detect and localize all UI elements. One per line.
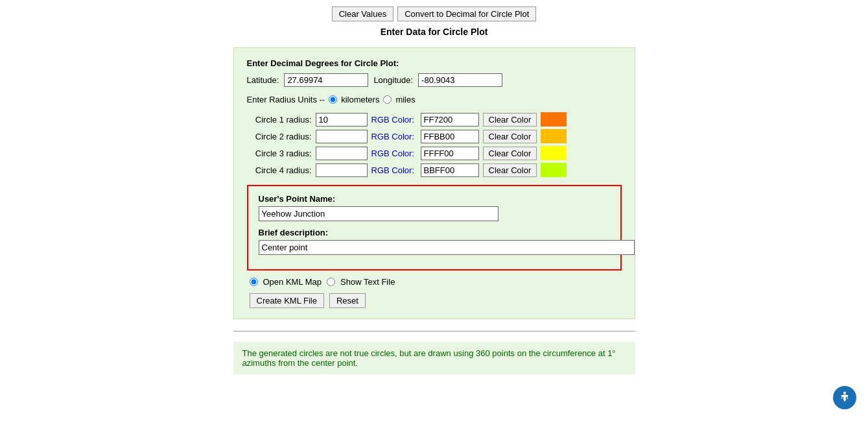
show-text-radio[interactable] [327,278,335,286]
circle-2-label: Circle 2 radius: [247,132,312,141]
description-label: Brief description: [259,228,610,237]
circle-2-color-swatch [541,129,567,143]
circle-1-rgb-link[interactable]: RGB Color: [371,115,417,125]
description-input[interactable] [259,240,635,255]
reset-button[interactable]: Reset [329,293,366,308]
point-name-label: User's Point Name: [259,194,610,204]
highlighted-section: User's Point Name: Brief description: [247,185,622,271]
circle-1-color-swatch [541,112,567,126]
circle-3-rgb-input[interactable] [421,147,479,160]
radius-units-label: Enter Radius Units -- [247,95,325,104]
circle-row-4: Circle 4 radius: RGB Color: Clear Color [247,163,622,177]
circle-3-rgb-link[interactable]: RGB Color: [371,149,417,158]
circle-4-color-swatch [541,163,567,177]
miles-label: miles [395,95,415,104]
open-kml-radio[interactable] [250,278,258,286]
longitude-input[interactable] [418,73,502,87]
latitude-label: Latitude: [247,75,279,85]
point-name-input[interactable] [259,206,499,221]
miles-radio[interactable] [383,95,392,104]
convert-to-decimal-button[interactable]: Convert to Decimal for Circle Plot [397,6,536,21]
circle-2-radius-input[interactable] [316,130,368,143]
open-kml-label: Open KML Map [263,277,322,287]
circle-2-rgb-input[interactable] [421,130,479,143]
circle-3-clear-button[interactable]: Clear Color [483,147,537,160]
circle-row-2: Circle 2 radius: RGB Color: Clear Color [247,129,622,143]
note-text: The generated circles are not true circl… [233,342,635,374]
divider [233,331,635,331]
circle-1-label: Circle 1 radius: [247,115,312,125]
latitude-input[interactable] [284,73,368,87]
circle-2-clear-button[interactable]: Clear Color [483,130,537,143]
circle-row-1: Circle 1 radius: RGB Color: Clear Color [247,112,622,126]
section-label: Enter Decimal Degrees for Circle Plot: [247,58,622,68]
clear-values-button[interactable]: Clear Values [332,6,393,21]
circle-1-radius-input[interactable] [316,113,368,126]
circles-grid: Circle 1 radius: RGB Color: Clear Color … [247,112,622,177]
circle-3-label: Circle 3 radius: [247,149,312,158]
create-kml-button[interactable]: Create KML File [250,293,324,308]
circle-row-3: Circle 3 radius: RGB Color: Clear Color [247,146,622,160]
page-title: Enter Data for Circle Plot [0,27,868,37]
kilometers-radio[interactable] [329,95,337,104]
circle-4-rgb-input[interactable] [421,163,479,177]
circle-4-rgb-link[interactable]: RGB Color: [371,165,417,175]
circle-2-rgb-link[interactable]: RGB Color: [371,132,417,141]
show-text-label: Show Text File [340,277,395,287]
circle-4-clear-button[interactable]: Clear Color [483,163,537,177]
circle-4-label: Circle 4 radius: [247,165,312,175]
circle-3-color-swatch [541,146,567,160]
longitude-label: Longitude: [373,75,413,85]
circle-3-radius-input[interactable] [316,147,368,160]
circle-1-rgb-input[interactable] [421,113,479,126]
circle-1-clear-button[interactable]: Clear Color [483,113,537,126]
kilometers-label: kilometers [341,95,379,104]
circle-4-radius-input[interactable] [316,163,368,177]
